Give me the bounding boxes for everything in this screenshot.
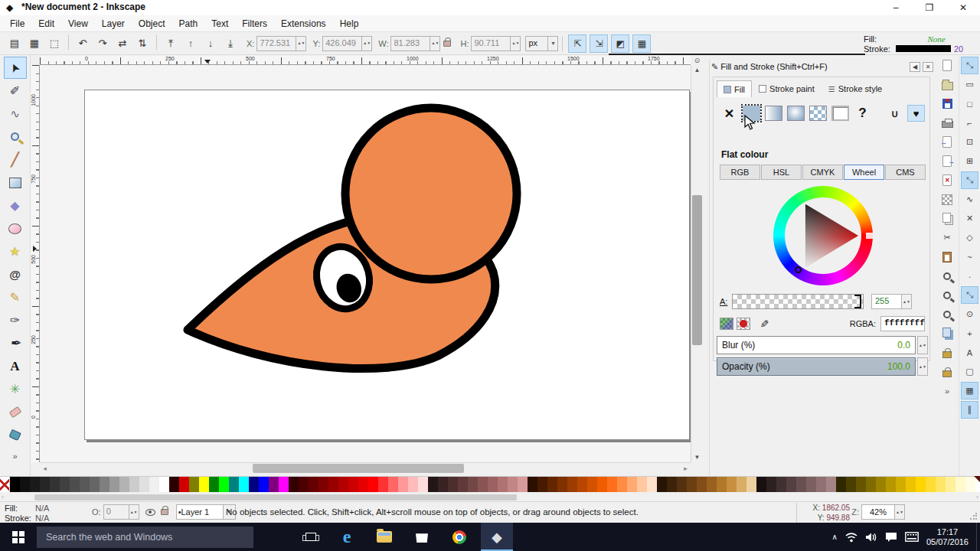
y-field[interactable]: 426.049 [322,36,362,51]
x-field[interactable]: 772.531 [256,36,296,51]
menu-help[interactable]: Help [333,17,366,31]
palette-swatch[interactable] [806,477,816,492]
canvas-corner-icon[interactable]: ⊙ [692,56,702,65]
palette-swatch[interactable] [537,477,547,492]
color-tab-rgb[interactable]: RGB [720,165,760,180]
calligraphy-tool[interactable]: ✒ [4,332,27,354]
palette-swatch[interactable] [90,477,100,492]
palette-swatch[interactable] [727,477,737,492]
palette-swatch[interactable] [80,477,90,492]
palette-swatch[interactable] [547,477,557,492]
w-spinner[interactable]: ▲▼ [430,36,440,51]
pattern-swatch-icon[interactable] [737,318,750,330]
alpha-field[interactable]: 255 [871,294,902,309]
menu-text[interactable]: Text [204,17,235,31]
star-tool[interactable]: ★ [4,240,27,262]
toolbox-more-button[interactable]: » [12,452,17,461]
horizontal-scroll-thumb[interactable] [253,464,464,473]
unlock-layer-button[interactable] [939,363,956,380]
palette-swatch[interactable] [926,477,936,492]
copy-button[interactable] [939,210,956,227]
menu-object[interactable]: Object [132,17,172,31]
panel-close-icon[interactable]: ✕ [923,62,933,72]
palette-swatch[interactable] [577,477,587,492]
raise-to-top-button[interactable]: ⤒ [162,34,180,53]
select-all-layers-button[interactable]: ▦ [25,34,44,53]
commands-more-button[interactable]: » [945,386,949,396]
palette-swatch[interactable] [567,477,577,492]
pencil-tool[interactable]: ✎ [4,286,27,308]
palette-swatch[interactable] [647,477,657,492]
palette-swatch[interactable] [667,477,677,492]
palette-swatch[interactable] [498,477,508,492]
lock-ratio-icon[interactable] [443,41,451,47]
palette-swatch[interactable] [189,477,199,492]
tab-stroke-paint[interactable]: Stroke paint [752,80,822,97]
fill-rule-evenodd-button[interactable]: ♥ [907,105,925,122]
palette-swatch[interactable] [756,477,766,492]
palette-swatch[interactable] [597,477,607,492]
close-document-button[interactable] [939,171,956,189]
palette-swatch[interactable] [318,477,328,492]
color-tab-cms[interactable]: CMS [885,165,926,180]
snap-text-baseline-button[interactable]: A [961,344,978,361]
canvas[interactable] [40,65,691,462]
palette-swatch[interactable] [866,477,876,492]
bezier-pen-tool[interactable]: ✑ [4,309,27,331]
menu-extensions[interactable]: Extensions [274,17,333,31]
palette-swatch[interactable] [378,477,388,492]
palette-swatch[interactable] [627,477,637,492]
zoom-field[interactable]: 42% [861,504,895,520]
palette-swatch[interactable] [229,477,239,492]
tray-chevron-icon[interactable]: ∧ [832,533,838,541]
box-3d-tool[interactable]: ◆ [4,194,27,217]
palette-swatch[interactable] [328,477,338,492]
palette-swatch[interactable] [956,477,965,492]
palette-swatch[interactable] [428,477,438,492]
style-indicator[interactable]: Fill: None Stroke: 20 [864,34,977,54]
palette-swatch[interactable] [478,477,488,492]
snap-others-button[interactable]: ⤡ [961,286,978,304]
palette-swatch[interactable] [30,477,40,492]
blur-spinner[interactable]: ▲▼ [917,336,928,354]
palette-swatch[interactable] [906,477,916,492]
affect-stroke-toggle[interactable]: ⇱ [568,34,586,53]
palette-swatch[interactable] [816,477,826,492]
palette-swatch[interactable] [607,477,617,492]
palette-swatch[interactable] [219,477,229,492]
palette-swatch[interactable] [129,477,139,492]
select-all-button[interactable]: ▤ [5,34,24,53]
maximize-button[interactable]: ❐ [913,0,946,15]
palette-swatch[interactable] [737,477,746,492]
blur-slider[interactable]: Blur (%) 0.0 [717,336,916,354]
measure-tool[interactable]: ╱ [4,148,27,171]
palette-swatch[interactable] [766,477,776,492]
swatch-button[interactable] [831,105,850,122]
minimize-button[interactable]: – [879,0,913,15]
w-field[interactable]: 81.283 [390,36,430,51]
zoom-spinner[interactable]: ▲▼ [895,504,905,520]
palette-swatch[interactable] [518,477,528,492]
eraser-tool[interactable] [4,401,27,423]
palette-swatch[interactable] [697,477,707,492]
palette-swatch[interactable] [707,477,717,492]
file-explorer-button[interactable] [368,523,400,551]
color-tab-hsl[interactable]: HSL [761,165,802,180]
menu-edit[interactable]: Edit [31,17,61,31]
palette-swatch[interactable] [846,477,856,492]
palette-swatch[interactable] [388,477,398,492]
rotate-cw-button[interactable]: ↷ [93,34,112,53]
affect-corners-toggle[interactable]: ⇲ [590,34,608,53]
palette-swatch[interactable] [40,477,50,492]
palette-swatch[interactable] [199,477,209,492]
snap-intersections-button[interactable]: ✕ [961,210,978,227]
lock-layer-button[interactable] [939,344,956,361]
pattern-fill-button[interactable] [939,191,956,208]
zoom-tool[interactable] [4,126,27,148]
action-center-icon[interactable] [885,532,897,543]
taskbar-clock[interactable]: 17:17 05/07/2016 [926,527,969,547]
panel-collapse-icon[interactable]: ◀ [910,62,920,72]
scroll-down-icon[interactable]: ▼ [692,452,702,462]
snap-grid-button[interactable]: ▦ [961,382,978,399]
paste-button[interactable] [939,248,956,266]
